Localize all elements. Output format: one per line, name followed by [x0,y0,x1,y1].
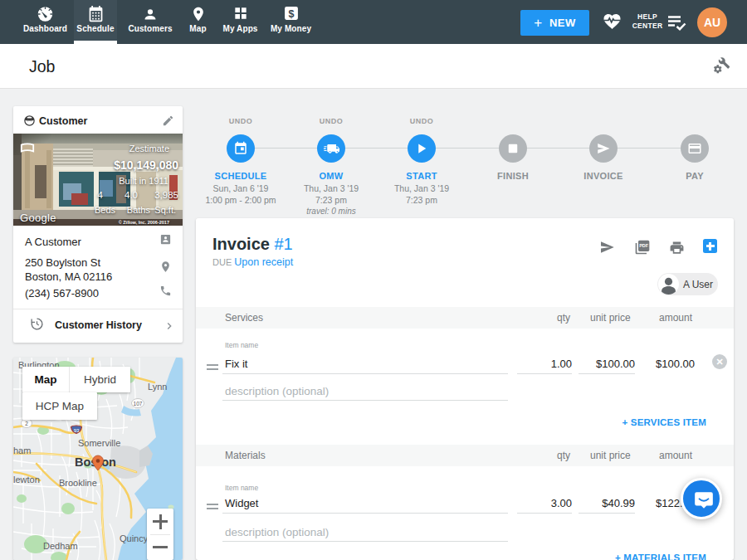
svg-text:Brookline: Brookline [59,478,97,488]
svg-text:93: 93 [74,428,80,433]
svg-text:$: $ [288,8,294,20]
svg-text:PDF: PDF [639,243,649,248]
svg-text:Dedham: Dedham [43,541,78,551]
svg-text:ham: ham [13,446,31,455]
svg-text:2: 2 [25,421,28,426]
svg-text:Quincy: Quincy [120,533,149,543]
svg-text:Lynn: Lynn [148,382,167,392]
svg-text:lewton: lewton [13,475,40,485]
svg-text:107: 107 [134,401,143,407]
svg-text:Somerville: Somerville [78,438,120,448]
